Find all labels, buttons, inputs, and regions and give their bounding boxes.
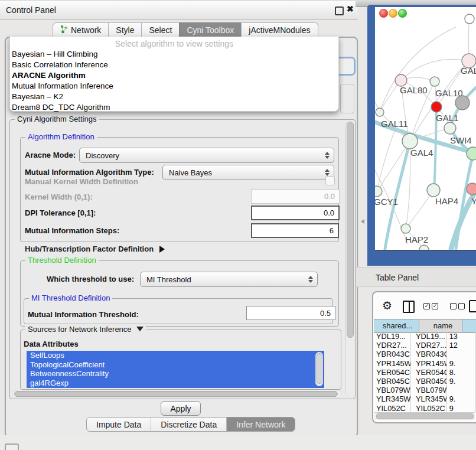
mi-steps-field[interactable]: 6 [251,223,339,238]
table-row[interactable]: YBR043CYBR043C [374,350,476,358]
algorithm-option-aracne-algorithm[interactable]: ARACNE Algorithm [10,70,338,81]
attribute-gal4rgexp[interactable]: gal4RGexp [27,379,324,388]
algorithm-option-dream8-dc-tdc-algorithm[interactable]: Dream8 DC_TDC Algorithm [10,102,338,113]
kernel-width-field[interactable]: 0.0 [251,189,340,204]
algorithm-option-mutual-information-inference[interactable]: Mutual Information Inference [10,81,338,92]
network-node-gal80[interactable] [395,74,407,86]
checked-checkbox-icon[interactable]: ✓ [432,303,438,309]
network-graph: GALGAL80GAL10GAL1GAL11GAL4SWI4GCY1HAP4YH… [375,7,476,251]
column-header-shared[interactable]: shared... [374,319,419,332]
column-header-a[interactable]: A [462,319,476,332]
network-node-gal11[interactable] [376,108,384,116]
tab-select[interactable]: Select [141,22,180,37]
which-threshold-select[interactable]: MI Threshold [140,272,318,287]
tab-style[interactable]: Style [108,22,142,37]
checked-checkbox-icon[interactable]: ✓ [423,303,430,309]
unchecked-checkbox-icon[interactable] [458,303,465,309]
algorithm-option-bayesian-hill-climbing[interactable]: Bayesian – Hill Climbing [10,49,338,60]
dpi-tolerance-label: DPI Tolerance [0,1]: [25,208,96,217]
table-cell: 8. [447,368,476,377]
network-node-gal1[interactable] [444,122,456,134]
dpi-tolerance-field[interactable]: 0.0 [251,206,340,220]
node-label-swi4: SWI4 [450,135,472,145]
network-edge[interactable] [380,27,456,112]
network-edge-highlighted[interactable] [434,112,436,190]
network-node[interactable] [455,96,470,110]
apply-button[interactable]: Apply [161,401,201,416]
network-edge[interactable] [377,131,395,191]
algorithm-option-bayesian-k2[interactable]: Bayesian – K2 [10,92,338,102]
document-icon[interactable] [469,300,476,312]
column-header-name[interactable]: name [419,319,462,332]
aracne-mode-select[interactable]: Discovery [79,148,334,163]
minimized-panel-icon[interactable] [5,444,19,450]
settings-horizontal-scrollbar[interactable] [12,390,341,398]
close-icon[interactable]: ✖ [347,4,354,14]
network-node-gcy1[interactable] [375,186,382,197]
splitter-collapse-icon[interactable] [361,219,364,224]
table-row[interactable]: YDL19...YDL19...13 [374,332,476,341]
table-row[interactable]: YER054CYER054C8. [374,368,476,377]
stepper-arrows-icon [308,276,313,283]
table-row[interactable]: YBR045CYBR045C9. [374,377,476,386]
mi-type-select[interactable]: Naive Bayes [162,165,334,180]
attribute-betweennesscentrality[interactable]: BetweennessCentrality [27,369,324,379]
settings-horizontal-scrollbar-thumb[interactable] [14,391,338,397]
hub-transcription-factor-expander[interactable]: Hub/Transcription Factor Definition [25,244,165,253]
table-cell: YBR045C [411,377,447,386]
table-cell: 9. [447,359,476,368]
unchecked-checkbox-icon[interactable] [450,303,457,309]
mac-minimize-icon[interactable] [389,9,397,18]
tab-jactivemnodules[interactable]: jActiveMNodules [241,22,318,37]
network-node-swi4[interactable] [467,147,476,160]
table-horizontal-scrollbar-thumb[interactable] [376,413,474,419]
settings-vertical-scrollbar-thumb[interactable] [347,122,354,338]
control-panel-title: Control Panel [6,5,56,15]
network-edge[interactable] [406,190,433,229]
network-node-gal10[interactable] [430,77,439,86]
network-icon [60,25,68,35]
table-cell: YDR27... [374,341,411,350]
network-canvas[interactable]: GALGAL80GAL10GAL1GAL11GAL4SWI4GCY1HAP4YH… [375,7,476,251]
settings-vertical-scrollbar[interactable] [345,120,354,397]
stepper-arrows-icon [325,152,330,159]
table-cell: YLR345W [374,394,411,403]
gear-icon[interactable]: ⚙ [382,299,392,312]
split-columns-icon[interactable] [403,301,415,313]
table-row[interactable]: YPR145WYPR145W9. [374,359,476,368]
aracne-mode-value: Discovery [86,151,119,160]
float-window-icon[interactable] [335,6,344,15]
table-row[interactable]: YIL052CYIL052C9 [374,404,476,413]
mac-zoom-icon[interactable] [398,9,407,18]
table-row[interactable]: YDR27...YDR27...12 [374,341,476,350]
network-node-gal4[interactable] [402,133,418,149]
table-row[interactable]: YLR345WYLR345W9. [374,394,476,403]
attributes-list-scrollbar[interactable] [315,352,323,386]
tab-cyni-toolbox[interactable]: Cyni Toolbox [179,22,242,37]
algorithm-option-basic-correlation-inference[interactable]: Basic Correlation Inference [10,60,338,70]
node-label-hap4: HAP4 [435,196,458,206]
table-cell: YBR043C [411,350,447,358]
table-row[interactable]: YBL079WYBL079W [374,386,476,394]
mi-threshold-field[interactable]: 0.5 [246,306,335,320]
tab-network[interactable]: Network [53,22,109,37]
network-node[interactable] [465,14,474,24]
network-node-hap2[interactable] [401,224,410,233]
data-attributes-list[interactable]: SelfLoopsTopologicalCoefficientBetweenne… [27,351,324,388]
network-node-hap4[interactable] [427,184,440,197]
network-node[interactable] [419,245,429,251]
table-cell: YDL19... [411,332,447,341]
tab-infer-network[interactable]: Infer Network [226,418,295,431]
tab-discretize-data[interactable]: Discretize Data [151,418,226,431]
sources-group-title[interactable]: Sources for Network Inference [25,325,146,334]
attribute-topologicalcoefficient[interactable]: TopologicalCoefficient [27,360,324,370]
network-view-window[interactable]: GALGAL80GAL10GAL1GAL11GAL4SWI4GCY1HAP4YH… [367,5,476,266]
hidden-groupbox-edge [340,84,354,113]
manual-kernel-checkbox[interactable] [325,176,335,185]
attributes-list-scrollbar-thumb[interactable] [317,353,322,384]
network-node-y[interactable] [467,183,476,195]
mac-close-icon[interactable] [379,9,388,18]
attribute-selfloops[interactable]: SelfLoops [27,351,324,360]
network-node[interactable] [431,102,442,112]
tab-impute-data[interactable]: Impute Data [87,418,151,431]
